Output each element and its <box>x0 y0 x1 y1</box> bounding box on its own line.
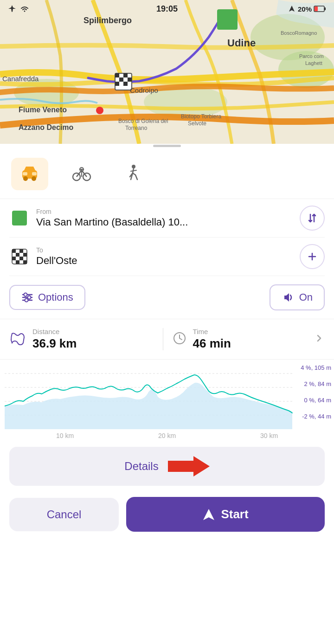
elevation-chart: 4 %, 105 m 2 %, 84 m 0 %, 64 m -2 %, 44 … <box>0 360 334 443</box>
tab-bike[interactable] <box>63 158 100 190</box>
elevation-labels: 4 %, 105 m 2 %, 84 m 0 %, 64 m -2 %, 44 … <box>301 364 331 420</box>
svg-rect-42 <box>19 249 23 253</box>
svg-point-31 <box>23 176 28 181</box>
svg-rect-29 <box>324 7 326 10</box>
svg-rect-7 <box>115 73 119 77</box>
svg-text:Selvote: Selvote <box>188 120 206 127</box>
from-icon <box>9 208 30 228</box>
tab-walk[interactable] <box>115 158 152 190</box>
cancel-label: Cancel <box>47 508 82 521</box>
distance-value: 36.9 km <box>32 336 154 351</box>
svg-text:Azzano Decimo: Azzano Decimo <box>19 123 73 131</box>
svg-marker-60 <box>168 456 210 477</box>
svg-text:Biotopo Torbiera: Biotopo Torbiera <box>181 113 221 120</box>
svg-rect-44 <box>23 253 27 257</box>
expand-icon[interactable] <box>314 333 325 346</box>
svg-rect-48 <box>23 260 27 264</box>
sound-button[interactable]: On <box>270 284 325 310</box>
svg-text:Bosco di Golena del: Bosco di Golena del <box>118 118 168 124</box>
svg-rect-10 <box>128 77 132 82</box>
map-view[interactable]: Spilimbergo Udine Canafredda Fiume Venet… <box>0 0 334 144</box>
time-display: 19:05 <box>156 4 178 14</box>
start-button[interactable]: Start <box>126 497 325 532</box>
svg-point-54 <box>25 299 28 302</box>
tab-car[interactable] <box>11 158 48 190</box>
bottom-sheet: From Via San Martino (Basaldella) 10... <box>0 144 334 546</box>
svg-rect-46 <box>19 257 23 260</box>
svg-rect-47 <box>16 260 19 264</box>
status-left <box>7 5 30 13</box>
elev-label-2: 0 %, 64 m <box>301 397 331 404</box>
svg-rect-12 <box>123 82 128 86</box>
stat-divider <box>163 328 163 350</box>
svg-point-53 <box>28 296 31 299</box>
elev-label-1: 2 %, 84 m <box>301 380 331 387</box>
from-label: From <box>36 208 293 215</box>
elev-label-3: -2 %, 44 m <box>301 413 331 420</box>
cancel-button[interactable]: Cancel <box>9 498 119 531</box>
time-label: Time <box>193 328 314 335</box>
elev-label-0: 4 %, 105 m <box>301 364 331 371</box>
svg-rect-9 <box>119 77 123 82</box>
to-icon <box>9 246 30 267</box>
svg-point-32 <box>32 176 36 181</box>
swap-button[interactable] <box>300 206 325 231</box>
wifi-icon <box>19 5 30 13</box>
to-content: To Dell'Oste <box>36 246 293 267</box>
svg-text:Parco com: Parco com <box>299 53 324 59</box>
svg-point-52 <box>24 293 27 296</box>
svg-rect-33 <box>23 172 27 175</box>
speaker-icon <box>282 291 295 304</box>
stats-row: Distance 36.9 km Time 46 min <box>0 319 334 360</box>
x-label-30: 30 km <box>260 432 278 439</box>
svg-rect-8 <box>123 73 128 77</box>
details-button[interactable]: Details <box>9 447 325 486</box>
details-label: Details <box>124 460 158 473</box>
from-field[interactable]: From Via San Martino (Basaldella) 10... <box>9 199 325 238</box>
svg-marker-61 <box>203 509 214 520</box>
options-label: Options <box>38 291 73 303</box>
distance-label: Distance <box>32 328 154 335</box>
start-nav-icon <box>202 508 215 521</box>
time-value: 46 min <box>193 336 314 351</box>
svg-text:Laghett: Laghett <box>305 60 322 66</box>
battery-icon <box>314 5 327 13</box>
elevation-svg <box>5 364 302 429</box>
nav-arrow-icon <box>288 5 296 13</box>
to-value: Dell'Oste <box>36 255 293 267</box>
status-bar: 19:05 20% <box>0 0 334 18</box>
svg-rect-39 <box>12 211 27 225</box>
status-right: 20% <box>288 5 327 13</box>
svg-rect-43 <box>16 253 19 257</box>
clock-icon <box>173 331 186 347</box>
start-label: Start <box>221 507 248 522</box>
route-icon <box>9 330 26 348</box>
from-content: From Via San Martino (Basaldella) 10... <box>36 208 293 228</box>
add-stop-button[interactable] <box>300 244 325 269</box>
svg-rect-11 <box>115 82 119 86</box>
drag-handle[interactable] <box>153 145 181 147</box>
svg-text:Codroipo: Codroipo <box>130 86 158 94</box>
car-icon <box>19 163 40 185</box>
from-value: Via San Martino (Basaldella) 10... <box>36 216 293 228</box>
airplane-icon <box>7 5 17 13</box>
transport-mode-tabs <box>0 153 334 199</box>
battery-text: 20% <box>298 5 312 13</box>
svg-rect-34 <box>32 172 37 175</box>
svg-text:Fiume Veneto: Fiume Veneto <box>19 106 67 114</box>
svg-text:Udine: Udine <box>227 37 256 49</box>
svg-text:Torreano: Torreano <box>125 125 148 131</box>
sound-label: On <box>299 291 313 303</box>
options-sound-row: Options On <box>0 276 334 319</box>
options-button[interactable]: Options <box>9 285 85 310</box>
bottom-buttons: Cancel Start <box>0 489 334 546</box>
x-label-20: 20 km <box>158 432 176 439</box>
distance-stat: Distance 36.9 km <box>32 328 154 351</box>
time-stat: Time 46 min <box>193 328 314 351</box>
svg-rect-41 <box>12 249 16 253</box>
svg-rect-28 <box>315 6 318 11</box>
x-label-10: 10 km <box>56 432 74 439</box>
to-field[interactable]: To Dell'Oste <box>9 238 325 276</box>
svg-rect-45 <box>12 257 16 260</box>
sliders-icon <box>21 291 33 303</box>
